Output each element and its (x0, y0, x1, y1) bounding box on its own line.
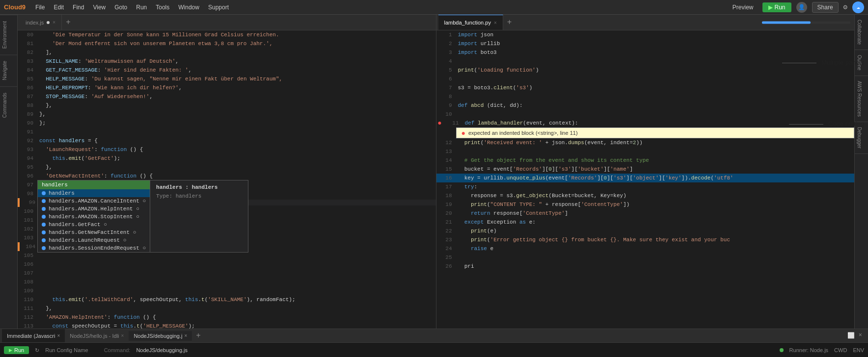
preview-button[interactable]: Preview (729, 2, 758, 12)
right-code-area[interactable]: 1 import json 2 import urllib 3 import b… (436, 30, 855, 346)
run-reload-icon[interactable]: ↻ (35, 347, 39, 354)
autocomplete-item-6[interactable]: handlers.LaunchRequest ○ (38, 236, 150, 244)
rcode-line-14: 14 # Get the object from the event and s… (436, 156, 855, 165)
rcode-line-4: 4 (436, 57, 855, 66)
menu-run[interactable]: Run (132, 2, 151, 13)
code-line-83: 83 SKILL_NAME: 'Weltraumwissen auf Deuts… (18, 57, 436, 66)
menu-file[interactable]: File (31, 2, 49, 13)
autocomplete-item-0[interactable]: handlers (38, 189, 150, 197)
autocomplete-item-3[interactable]: handlers.AMAZON.StopIntent ○ (38, 213, 150, 221)
run-bar-right: Runner: Node.js CWD ENV (780, 347, 864, 353)
code-line-84: 84 GET_FACT_MESSAGE: 'Hier sind deine Fa… (18, 66, 436, 75)
right-code-content: 1 import json 2 import urllib 3 import b… (436, 30, 855, 346)
ac-dot-icon (42, 246, 46, 250)
terminal-tab-bar: Immediate (Javascri × NodeJS/hello.js - … (0, 329, 868, 343)
code-line-96: 96 'GetNewFactIntent': function () { (18, 172, 436, 180)
rcode-line-17: 17 try: (436, 182, 855, 191)
terminal-tab-immediate[interactable]: Immediate (Javascri × (2, 329, 65, 342)
code-line-82: 82 ], (18, 48, 436, 57)
cloud-icon[interactable]: ☁ (852, 1, 864, 13)
code-hint-tooltip: ● expected an indented block (<string>, … (456, 128, 855, 138)
run-config-name: Run Config Name (45, 347, 88, 353)
tab-index-js[interactable]: index.js × (20, 15, 62, 30)
share-button[interactable]: Share (812, 2, 839, 13)
autocomplete-item-7[interactable]: handlers.SessionEndedRequest ○ (38, 244, 150, 252)
autocomplete-detail: handlers : handlers Type: handlers (150, 180, 248, 253)
menu-view[interactable]: View (89, 2, 109, 13)
menu-window[interactable]: Window (174, 2, 203, 13)
tab-add-button[interactable]: + (503, 16, 516, 29)
rcode-line-12: 12 print('Received event: ' + json.dumps… (436, 138, 855, 147)
menu-items: File Edit Find View Goto Run Tools Windo… (31, 2, 233, 13)
terminal-tab-debugging[interactable]: NodeJS/debugging.j × (129, 331, 192, 341)
rcode-line-7: 7 s3 = boto3.client('s3') (436, 83, 855, 92)
tab-lambda-function-py[interactable]: lambda_function.py × (438, 15, 503, 30)
autocomplete-item-4[interactable]: handlers.GetFact ○ (38, 221, 150, 229)
left-code-area[interactable]: 80 'Die Temperatur in der Sonne kann 15 … (18, 30, 436, 346)
autocomplete-popup[interactable]: handlers handlers handlers.AMAZON.Cancel… (37, 180, 248, 253)
run-env-label: ENV (853, 347, 864, 353)
code-hint-row: ● expected an indented block (<string>, … (436, 128, 855, 138)
tab-close-button[interactable]: × (494, 20, 497, 26)
run-command-value: NodeJS/debugging.js (136, 347, 188, 353)
annotation-multiple-panels: Multiple panels (821, 59, 864, 66)
code-line-91: 91 (18, 128, 436, 136)
rcode-line-1: 1 import json (436, 30, 855, 39)
ac-dot-icon (42, 199, 46, 203)
annotation-code-hinting: Code hinting (828, 120, 864, 128)
app-logo: Cloud9 (4, 3, 26, 11)
settings-icon[interactable]: ⚙ (843, 3, 847, 11)
autocomplete-item-5[interactable]: handlers.GetNewFactIntent ○ (38, 229, 150, 236)
ac-dot-icon (42, 191, 46, 195)
terminal-maximize-icon[interactable]: ⬜ (847, 332, 855, 339)
tab-close-button[interactable]: × (53, 20, 55, 25)
tab-dirty-indicator (47, 21, 50, 24)
run-runner-label: Runner: Node.js (789, 347, 829, 353)
menu-goto[interactable]: Goto (110, 2, 131, 13)
code-line-95: 95 }, (18, 163, 436, 172)
code-line-94: 94 this.emit('GetFact'); (18, 154, 436, 163)
code-line-85: 85 HELP_MESSAGE: 'Du kannst sagen, "Nenn… (18, 75, 436, 83)
sidebar-tab-collaborate[interactable]: Collaborate (855, 15, 868, 50)
terminal-tab-close-2[interactable]: × (184, 333, 187, 338)
menu-find[interactable]: Find (69, 2, 88, 13)
rcode-line-3: 3 import boto3 (436, 48, 855, 57)
terminal-tab-close-1[interactable]: × (121, 333, 124, 338)
autocomplete-list[interactable]: handlers handlers handlers.AMAZON.Cancel… (37, 180, 150, 253)
menu-tools[interactable]: Tools (152, 2, 173, 13)
sidebar-tab-aws-resources[interactable]: AWS Resources (855, 76, 868, 122)
autocomplete-detail-type: Type: handlers (156, 193, 242, 199)
code-line-93: 93 'LaunchRequest': function () { (18, 145, 436, 154)
sidebar-tab-commands[interactable]: Commands (0, 86, 17, 124)
code-line-90: 90 }; (18, 119, 436, 128)
code-line-108: 108 (18, 278, 436, 286)
terminal-close-icon[interactable]: × (859, 332, 862, 339)
sidebar-tab-environment[interactable]: Environment (0, 15, 17, 54)
run-button[interactable]: Run (762, 2, 791, 12)
terminal-add-button[interactable]: + (192, 332, 205, 340)
rcode-line-13: 13 (436, 147, 855, 156)
rcode-line-25: 25 (436, 253, 855, 262)
bottom-section: Immediate (Javascri × NodeJS/hello.js - … (0, 329, 868, 357)
run-bar-run-button[interactable]: Run (4, 346, 29, 354)
code-line-86: 86 HELP_REPROMPT: 'Wie kann ich dir helf… (18, 83, 436, 92)
terminal-tab-close-0[interactable]: × (57, 333, 60, 338)
run-command-label: Command: (104, 347, 131, 353)
autocomplete-item-1[interactable]: handlers.AMAZON.CancelIntent ○ (38, 197, 150, 205)
rcode-line-11: ● 11 def lambda_handler(event, context): (436, 119, 855, 128)
sidebar-tab-navigate[interactable]: Navigate (0, 54, 17, 86)
menu-right: Preview Run 👤 Share ⚙ ☁ (729, 1, 864, 13)
left-panel: index.js × + 80 'Die Temperatur in der S… (18, 15, 436, 357)
menu-support[interactable]: Support (204, 2, 233, 13)
menu-edit[interactable]: Edit (50, 2, 68, 13)
rcode-line-22: 22 print(e) (436, 227, 855, 235)
tab-add-button[interactable]: + (62, 16, 75, 29)
autocomplete-item-2[interactable]: handlers.AMAZON.HelpIntent ○ (38, 205, 150, 213)
user-icon[interactable]: 👤 (796, 2, 807, 13)
ac-dot-icon (42, 215, 46, 219)
run-status-indicator (780, 348, 784, 352)
terminal-tab-hello[interactable]: NodeJS/hello.js - Idli × (65, 331, 129, 341)
menu-bar: Cloud9 File Edit Find View Goto Run Tool… (0, 0, 868, 15)
autocomplete-header: handlers (38, 180, 150, 189)
hint-error-icon: ● (461, 129, 465, 137)
